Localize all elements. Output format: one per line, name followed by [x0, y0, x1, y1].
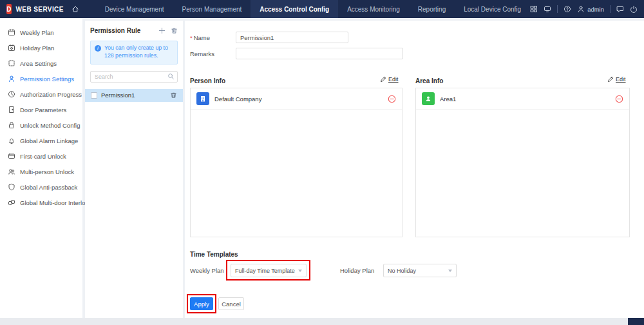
sidebar-item-weekly-plan[interactable]: Weekly Plan [0, 25, 82, 40]
delete-rules-icon[interactable] [171, 27, 178, 34]
username-label: admin [587, 6, 604, 13]
apply-button[interactable]: Apply [190, 297, 213, 310]
door-icon [8, 106, 15, 113]
sidebar-item-label: Permission Settings [20, 75, 74, 83]
search-input[interactable] [90, 71, 178, 83]
sidebar-item-label: Global Alarm Linkage [20, 137, 78, 144]
area-info-box: Area1 [415, 88, 630, 237]
permission-person-icon [8, 75, 15, 83]
holiday-plan-label: Holiday Plan [340, 267, 374, 274]
apps-grid-icon[interactable] [530, 5, 538, 13]
permission-detail-form: *Name Remarks Person Info Edit Default C… [185, 21, 644, 318]
add-rule-icon[interactable] [158, 27, 166, 34]
brand-title: WEB SERVICE [16, 6, 64, 13]
info-banner: i You can only create up to 128 permissi… [90, 41, 178, 64]
remove-person-icon[interactable] [388, 95, 396, 103]
rule-item-label: Permission1 [101, 92, 166, 99]
help-icon[interactable] [564, 5, 571, 13]
sidebar-item-first-card-unlock[interactable]: First-card Unlock [0, 148, 82, 164]
sidebar: Weekly Plan Holiday Plan Area Settings P… [0, 18, 82, 318]
topbar-separator [557, 5, 558, 13]
home-icon[interactable] [71, 5, 79, 13]
topbar-separator [610, 5, 611, 13]
info-icon: i [95, 45, 101, 52]
calendar-icon [8, 28, 15, 36]
nav-local-device-config[interactable]: Local Device Config [455, 0, 530, 18]
name-label: *Name [190, 34, 210, 41]
person-info-title: Person Info [190, 77, 225, 84]
people-icon [8, 168, 15, 175]
sidebar-item-label: First-card Unlock [20, 153, 66, 160]
footer-corner-widget[interactable] [628, 318, 644, 325]
nav-reporting[interactable]: Reporting [409, 0, 455, 18]
power-icon[interactable] [630, 5, 638, 13]
rule-list-item-permission1[interactable]: Permission1 [85, 89, 183, 102]
sidebar-item-global-alarm-linkage[interactable]: Global Alarm Linkage [0, 133, 82, 148]
nav-access-monitoring[interactable]: Access Monitoring [338, 0, 409, 18]
sidebar-item-door-parameters[interactable]: Door Parameters [0, 102, 82, 117]
holiday-plan-select[interactable]: No Holiday [383, 264, 457, 277]
person-row-default-company[interactable]: Default Company [191, 88, 402, 110]
sidebar-item-global-anti-passback[interactable]: Global Anti-passback [0, 179, 82, 195]
alarm-bell-icon [8, 137, 15, 144]
shield-icon [8, 183, 15, 191]
person-info-box: Default Company [190, 88, 402, 237]
rule-checkbox[interactable] [91, 92, 97, 99]
user-menu[interactable]: admin [577, 5, 604, 13]
sidebar-item-label: Door Parameters [20, 106, 66, 113]
sidebar-item-area-settings[interactable]: Area Settings [0, 55, 82, 71]
chevron-down-icon [298, 270, 302, 272]
sidebar-item-unlock-method-config[interactable]: Unlock Method Config [0, 117, 82, 133]
cancel-button[interactable]: Cancel [218, 297, 244, 310]
nav-person-management[interactable]: Person Management [173, 0, 251, 18]
sidebar-item-label: Weekly Plan [20, 29, 54, 36]
sidebar-item-label: Global Multi-door Interlock [20, 199, 91, 206]
search-icon[interactable] [167, 73, 175, 80]
sidebar-item-label: Authorization Progress [20, 91, 82, 98]
sidebar-item-label: Unlock Method Config [20, 122, 80, 129]
remarks-input[interactable] [236, 48, 403, 59]
panel-title: Permission Rule [90, 27, 140, 34]
sidebar-item-multi-person-unlock[interactable]: Multi-person Unlock [0, 164, 82, 179]
required-mark: * [190, 34, 193, 41]
delete-rule-icon[interactable] [170, 92, 177, 99]
info-text: You can only create up to 128 permission… [104, 44, 173, 60]
weekly-plan-value: Full-day Time Template [235, 268, 295, 274]
person-item-label: Default Company [214, 95, 383, 103]
progress-icon [8, 90, 15, 98]
chevron-down-icon [448, 270, 452, 272]
page-layout: Weekly Plan Holiday Plan Area Settings P… [0, 18, 644, 318]
weekly-plan-select[interactable]: Full-day Time Template [231, 264, 307, 277]
area-item-label: Area1 [440, 95, 610, 103]
pencil-icon [380, 76, 386, 83]
sidebar-item-authorization-progress[interactable]: Authorization Progress [0, 86, 82, 102]
sidebar-item-holiday-plan[interactable]: Holiday Plan [0, 40, 82, 55]
sidebar-item-label: Area Settings [20, 60, 57, 67]
weekly-plan-label: Weekly Plan [190, 267, 224, 274]
remarks-label: Remarks [190, 50, 214, 57]
sidebar-item-permission-settings[interactable]: Permission Settings [0, 71, 82, 86]
time-templates-title: Time Templates [190, 251, 238, 258]
person-edit-link[interactable]: Edit [380, 76, 399, 83]
sidebar-item-global-multi-door-interlock[interactable]: Global Multi-door Interlock [0, 195, 82, 210]
nav-device-management[interactable]: Device Management [96, 0, 173, 18]
holiday-plan-value: No Holiday [388, 268, 445, 274]
sidebar-item-label: Global Anti-passback [20, 184, 77, 191]
area-edit-link[interactable]: Edit [607, 76, 626, 83]
nav-access-control-config[interactable]: Access Control Config [251, 0, 338, 18]
sidebar-item-label: Multi-person Unlock [20, 168, 74, 175]
permission-rule-panel: Permission Rule i You can only create up… [85, 21, 183, 318]
company-icon [196, 92, 209, 105]
card-icon [8, 152, 15, 160]
area-row-area1[interactable]: Area1 [416, 88, 629, 110]
remove-area-icon[interactable] [615, 95, 623, 103]
holiday-calendar-icon [8, 44, 15, 52]
pencil-icon [607, 76, 614, 83]
area-marker-icon [422, 92, 435, 105]
area-info-title: Area Info [415, 77, 443, 84]
name-input[interactable] [236, 32, 348, 43]
feedback-icon[interactable] [616, 5, 624, 13]
lock-icon [8, 121, 15, 129]
device-monitor-icon[interactable] [544, 5, 551, 13]
top-nav: Device Management Person Management Acce… [96, 0, 530, 18]
